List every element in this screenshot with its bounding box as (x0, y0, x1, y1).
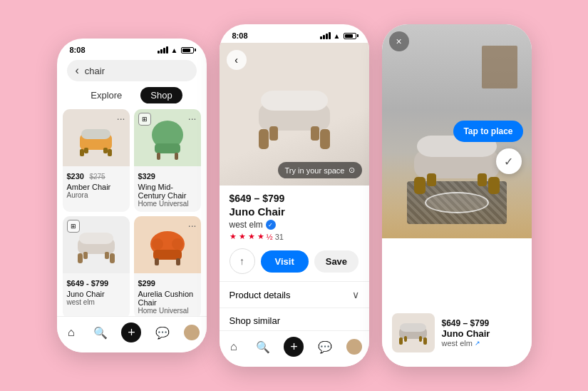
svg-rect-32 (427, 173, 436, 186)
svg-rect-24 (259, 129, 269, 149)
nav-home-2[interactable]: ⌂ (226, 339, 242, 355)
svg-rect-27 (311, 126, 319, 141)
nav-add-1[interactable]: + (121, 323, 141, 342)
ar-thumbnail (392, 313, 435, 352)
external-link-icon[interactable]: ↗ (475, 340, 480, 347)
ar-product-name: Juno Chair (442, 328, 522, 339)
wifi-icon: ▲ (171, 46, 178, 54)
more-icon-4[interactable]: ··· (188, 220, 197, 231)
svg-rect-9 (175, 153, 178, 160)
svg-rect-19 (176, 258, 180, 265)
star-1: ★ (229, 232, 237, 241)
price-3: $649 - $799 (67, 276, 125, 289)
back-arrow-icon[interactable]: ‹ (76, 64, 79, 77)
price-1: $230 $275 (67, 169, 125, 182)
accordion-product-details[interactable]: Product details ∨ (220, 281, 369, 308)
ar-price-display: $649 – $799 (442, 318, 522, 328)
price-4: $299 (138, 276, 197, 289)
ar-product-info: $649 – $799 Juno Chair west elm ↗ (442, 318, 522, 347)
nav-avatar-2[interactable] (346, 339, 362, 355)
more-icon-1[interactable]: ··· (117, 113, 125, 124)
signal-icon (158, 46, 168, 54)
svg-rect-13 (110, 253, 115, 263)
brand-row-2: west elm ✓ (229, 220, 359, 230)
nav-avatar-1[interactable] (184, 325, 200, 340)
svg-rect-2 (80, 149, 84, 156)
bottom-nav-1: ⌂ 🔍 + 💬 (57, 316, 207, 352)
svg-rect-38 (404, 336, 407, 342)
brand-1: Aurora (67, 191, 125, 199)
close-button[interactable]: × (389, 31, 409, 51)
visit-button[interactable]: Visit (261, 250, 309, 273)
brand-name-2: west elm (229, 220, 263, 230)
nav-search-2[interactable]: 🔍 (255, 339, 271, 355)
product-card-green[interactable]: ⊞ ··· $329 Wing Mid-Century Chair Home U… (134, 109, 201, 212)
search-query: chair (85, 66, 188, 76)
product-image-white: ⊞ (63, 216, 130, 273)
svg-rect-25 (320, 129, 330, 149)
verified-badge-2: ✓ (266, 220, 276, 230)
time-1: 8:08 (70, 46, 86, 54)
tab-shop[interactable]: Shop (140, 87, 182, 103)
svg-rect-33 (478, 173, 487, 186)
svg-rect-7 (155, 143, 180, 153)
svg-rect-5 (103, 148, 108, 153)
svg-rect-36 (399, 337, 403, 345)
search-bar[interactable]: ‹ chair (67, 60, 197, 81)
price-2: $329 (138, 169, 197, 182)
svg-rect-14 (83, 252, 88, 259)
svg-rect-31 (488, 177, 500, 194)
share-button[interactable]: ↑ (229, 248, 255, 274)
product-card-amber[interactable]: ··· $230 $275 Amber Chair Aurora (63, 109, 130, 212)
battery-icon-2 (344, 33, 356, 39)
confirm-button[interactable]: ✓ (496, 148, 522, 174)
review-count-2: 31 (275, 233, 284, 241)
product-image-orange: ··· (134, 216, 201, 273)
product-image-green: ⊞ ··· (134, 109, 201, 166)
product-card-white[interactable]: ⊞ $649 - $799 Juno Chair wes (63, 216, 130, 319)
svg-rect-39 (419, 336, 422, 342)
product-hero: ‹ Try in your space ⊙ (220, 43, 369, 186)
name-3: Juno Chair (67, 290, 125, 298)
svg-rect-35 (400, 323, 426, 332)
ar-shelf-decor (482, 46, 517, 88)
nav-search-1[interactable]: 🔍 (93, 325, 108, 340)
ar-view: × Tap to place ✓ (382, 24, 532, 238)
svg-rect-12 (78, 253, 83, 263)
phone-detail: 8:08 ▲ ‹ (220, 24, 369, 367)
svg-rect-17 (153, 250, 182, 260)
more-icon-2[interactable]: ··· (188, 113, 197, 124)
battery-icon (181, 47, 194, 54)
ar-icon-3: ⊞ (67, 220, 80, 233)
svg-rect-26 (269, 126, 278, 141)
svg-rect-15 (105, 252, 109, 259)
detail-body: $649 – $799 Juno Chair west elm ✓ ★ ★ ★ … (220, 186, 369, 281)
try-space-btn[interactable]: Try in your space ⊙ (278, 162, 362, 178)
ar-product-card: $649 – $799 Juno Chair west elm ↗ (382, 306, 532, 367)
accordion-shop-similar[interactable]: Shop similar (220, 308, 369, 333)
ar-scan-icon: ⊙ (349, 166, 355, 175)
action-row-2: ↑ Visit Save (229, 248, 359, 274)
svg-rect-4 (84, 148, 88, 153)
phone-browse: 8:08 ▲ ‹ chair Explore Shop (57, 39, 207, 352)
product-image-amber: ··· (63, 109, 130, 166)
time-2: 8:08 (232, 31, 248, 40)
svg-rect-23 (261, 91, 328, 111)
star-4: ★ (257, 232, 264, 241)
price-range-2: $649 – $799 (229, 193, 359, 204)
back-btn-2[interactable]: ‹ (227, 50, 247, 70)
ar-brand-name: west elm (442, 339, 473, 347)
tap-to-place-btn[interactable]: Tap to place (453, 121, 522, 142)
save-button[interactable]: Save (314, 250, 359, 273)
tab-explore[interactable]: Explore (81, 87, 132, 103)
nav-home-1[interactable]: ⌂ (63, 325, 79, 340)
nav-add-2[interactable]: + (284, 337, 304, 357)
nav-chat-2[interactable]: 💬 (317, 339, 333, 355)
svg-rect-37 (423, 337, 427, 345)
nav-chat-1[interactable]: 💬 (155, 325, 170, 340)
star-2: ★ (239, 232, 246, 241)
product-card-orange[interactable]: ··· $299 Aurelia Cushion Chair Home Univ… (134, 216, 201, 319)
product-grid: ··· $230 $275 Amber Chair Aurora ⊞ (57, 109, 207, 319)
star-3: ★ (248, 232, 255, 241)
app-container: 8:08 ▲ ‹ chair Explore Shop (57, 24, 532, 367)
